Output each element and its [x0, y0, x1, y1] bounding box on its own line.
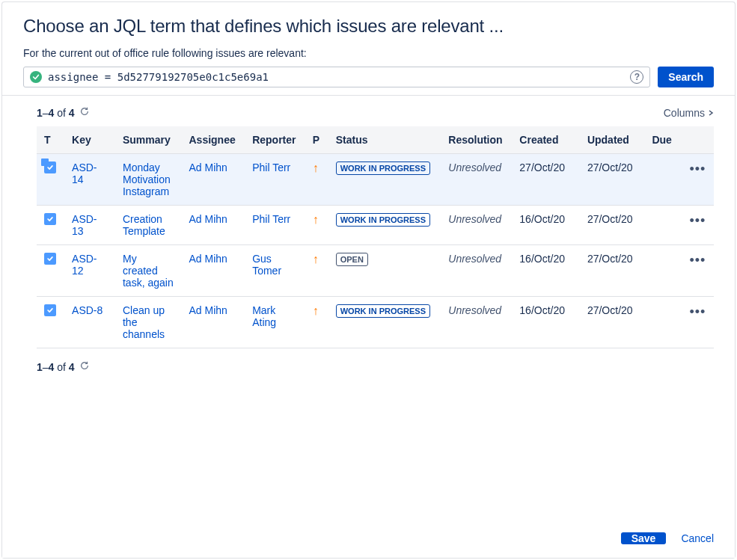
col-header-priority[interactable]: P [305, 126, 328, 154]
status-lozenge[interactable]: WORK IN PROGRESS [336, 213, 430, 227]
assignee-link[interactable]: Ad Mihn [189, 213, 227, 225]
search-button[interactable]: Search [658, 67, 714, 87]
issue-summary-link[interactable]: My created task, again [123, 253, 174, 289]
col-header-summary[interactable]: Summary [115, 126, 182, 154]
task-icon [44, 213, 56, 225]
pager-end: 4 [49, 107, 55, 119]
issue-key-link[interactable]: ASD-14 [72, 161, 97, 185]
chevron-right-icon [708, 110, 714, 116]
due-value [644, 245, 681, 297]
jql-input-wrap: ? [23, 67, 650, 87]
col-header-type[interactable]: T [37, 126, 64, 154]
issue-summary-link[interactable]: Monday Motivation Instagram [123, 161, 171, 197]
table-header-row: T Key Summary Assignee Reporter P Status… [37, 126, 714, 154]
reporter-link[interactable]: Mark Ating [252, 304, 276, 328]
refresh-icon[interactable] [79, 360, 90, 373]
due-value [644, 297, 681, 348]
subtask-icon [44, 161, 56, 173]
status-lozenge[interactable]: OPEN [336, 253, 368, 266]
table-row[interactable]: ASD-14Monday Motivation InstagramAd Mihn… [37, 154, 714, 206]
col-header-reporter[interactable]: Reporter [245, 126, 305, 154]
search-row: ? Search [2, 67, 735, 95]
priority-medium-icon: ↑ [313, 213, 319, 226]
modal-title: Choose an JQL term that defines which is… [23, 16, 714, 37]
task-icon [44, 253, 56, 265]
table-row[interactable]: ASD-12My created task, againAd MihnGus T… [37, 245, 714, 297]
due-value [644, 154, 681, 206]
table-row[interactable]: ASD-13Creation TemplateAd MihnPhil Terr↑… [37, 206, 714, 245]
updated-value: 27/Oct/20 [580, 297, 644, 348]
resolution-value: Unresolved [448, 253, 501, 265]
priority-medium-icon: ↑ [313, 253, 319, 265]
issue-summary-link[interactable]: Clean up the channels [123, 304, 165, 340]
columns-menu-label: Columns [664, 107, 705, 119]
reporter-link[interactable]: Phil Terr [252, 161, 290, 173]
issues-table: T Key Summary Assignee Reporter P Status… [37, 126, 714, 348]
jql-input[interactable] [48, 71, 624, 83]
created-value: 27/Oct/20 [512, 154, 580, 206]
issue-key-link[interactable]: ASD-12 [72, 253, 97, 277]
table-row[interactable]: ASD-8Clean up the channelsAd MihnMark At… [37, 297, 714, 348]
col-header-updated[interactable]: Updated [580, 126, 644, 154]
resolution-value: Unresolved [448, 213, 501, 225]
save-button[interactable]: Save [621, 532, 667, 544]
issue-key-link[interactable]: ASD-13 [72, 213, 97, 237]
col-header-key[interactable]: Key [64, 126, 115, 154]
results-scroll-area[interactable]: 1–4 of 4 Columns T Key [2, 96, 735, 522]
col-header-assignee[interactable]: Assignee [182, 126, 245, 154]
assignee-link[interactable]: Ad Mihn [189, 253, 227, 265]
row-actions-menu[interactable]: ••• [689, 213, 706, 228]
help-icon[interactable]: ? [630, 70, 643, 84]
modal-subtitle: For the current out of office rule follo… [2, 43, 735, 67]
col-header-resolution[interactable]: Resolution [441, 126, 512, 154]
results-toolbar: 1–4 of 4 Columns [37, 106, 714, 119]
updated-value: 27/Oct/20 [580, 154, 644, 206]
priority-medium-icon: ↑ [313, 161, 319, 174]
refresh-icon[interactable] [79, 106, 90, 119]
row-actions-menu[interactable]: ••• [689, 304, 706, 319]
reporter-link[interactable]: Phil Terr [252, 213, 290, 225]
cancel-link[interactable]: Cancel [681, 532, 714, 544]
pager-bottom: 1–4 of 4 [37, 360, 714, 373]
created-value: 16/Oct/20 [512, 245, 580, 297]
modal-dialog: Choose an JQL term that defines which is… [1, 1, 736, 559]
col-header-status[interactable]: Status [328, 126, 441, 154]
updated-value: 27/Oct/20 [580, 206, 644, 245]
modal-footer: Save Cancel [2, 522, 735, 558]
pager-start: 1 [37, 107, 43, 119]
priority-medium-icon: ↑ [313, 304, 319, 317]
updated-value: 27/Oct/20 [580, 245, 644, 297]
pager-total: 4 [69, 107, 75, 119]
col-header-created[interactable]: Created [512, 126, 580, 154]
task-icon [44, 304, 56, 316]
row-actions-menu[interactable]: ••• [689, 253, 706, 268]
created-value: 16/Oct/20 [512, 297, 580, 348]
due-value [644, 206, 681, 245]
row-actions-menu[interactable]: ••• [689, 161, 706, 176]
status-lozenge[interactable]: WORK IN PROGRESS [336, 304, 430, 318]
issue-summary-link[interactable]: Creation Template [123, 213, 165, 237]
reporter-link[interactable]: Gus Tomer [252, 253, 281, 277]
columns-menu[interactable]: Columns [664, 107, 714, 119]
resolution-value: Unresolved [448, 304, 501, 316]
status-lozenge[interactable]: WORK IN PROGRESS [336, 161, 430, 175]
pager-of: of [57, 107, 66, 119]
pager-top: 1–4 of 4 [37, 106, 90, 119]
assignee-link[interactable]: Ad Mihn [189, 304, 227, 316]
created-value: 16/Oct/20 [512, 206, 580, 245]
col-header-due[interactable]: Due [644, 126, 681, 154]
modal-header: Choose an JQL term that defines which is… [2, 2, 735, 43]
resolution-value: Unresolved [448, 161, 501, 173]
issue-key-link[interactable]: ASD-8 [72, 304, 103, 316]
valid-check-icon [30, 71, 42, 83]
assignee-link[interactable]: Ad Mihn [189, 161, 227, 173]
